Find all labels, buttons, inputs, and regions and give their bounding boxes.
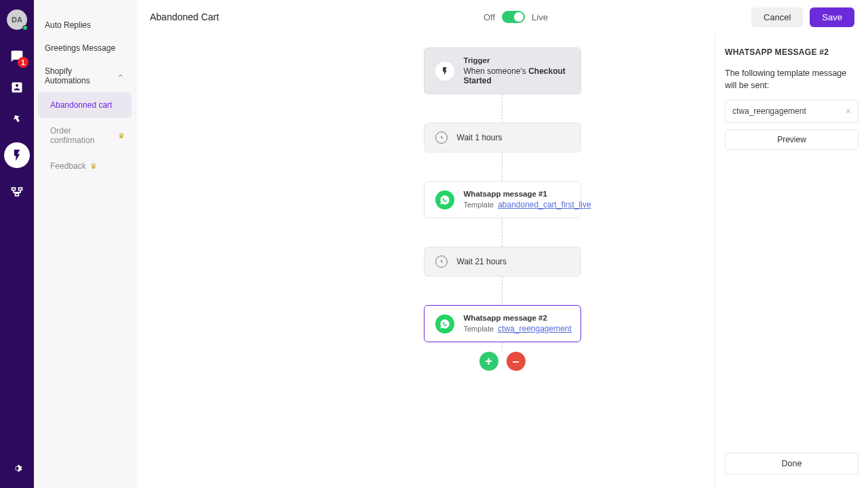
panel-description: The following template message will be s… xyxy=(725,68,859,92)
msg2-label: Whatsapp message #2 xyxy=(464,314,572,322)
nav-rail: DA 1 xyxy=(0,0,34,488)
msg1-template-link[interactable]: abandoned_cart_first_live xyxy=(498,200,591,209)
presence-dot xyxy=(22,25,28,30)
connector xyxy=(502,277,502,305)
toggle-off-label: Off xyxy=(484,12,495,22)
nav-messages-icon[interactable]: 1 xyxy=(9,49,24,64)
status-toggle[interactable] xyxy=(502,11,525,23)
add-step-button[interactable]: + xyxy=(479,352,498,371)
sidebar-item-order-confirmation[interactable]: Order confirmation♛ xyxy=(38,118,132,153)
nav-flows-icon[interactable] xyxy=(9,184,24,199)
nav-campaigns-icon[interactable] xyxy=(9,111,24,126)
done-button[interactable]: Done xyxy=(725,453,859,474)
node-wait-1[interactable]: Wait 1 hours xyxy=(424,123,581,152)
connector xyxy=(502,94,502,123)
trigger-text: When someone's Checkout Started xyxy=(464,66,570,85)
right-panel: WHATSAPP MESSAGE #2 The following templa… xyxy=(715,34,868,488)
clock-icon xyxy=(435,131,448,144)
chevron-up-icon xyxy=(117,72,125,80)
remove-step-button[interactable]: – xyxy=(507,352,526,371)
lightning-icon xyxy=(435,62,454,81)
connector xyxy=(502,342,502,352)
template-label: Template xyxy=(464,325,494,333)
status-toggle-wrap: Off Live xyxy=(484,11,548,23)
page-title: Abandoned Cart xyxy=(150,12,219,22)
premium-icon: ♛ xyxy=(118,131,125,140)
nav-badge: 1 xyxy=(18,57,28,68)
connector xyxy=(502,218,502,247)
template-label: Template xyxy=(464,201,494,209)
avatar-initials: DA xyxy=(12,16,22,24)
nav-contacts-icon[interactable] xyxy=(9,80,24,95)
trigger-label: Trigger xyxy=(464,56,570,64)
panel-title: WHATSAPP MESSAGE #2 xyxy=(725,47,859,57)
msg1-label: Whatsapp message #1 xyxy=(464,190,591,198)
wait-1-text: Wait 1 hours xyxy=(457,133,502,142)
node-wait-2[interactable]: Wait 21 hours xyxy=(424,247,581,277)
toggle-knob xyxy=(514,12,524,22)
template-name: ctwa_reengagement xyxy=(732,106,806,116)
sidebar-item-abandoned-cart[interactable]: Abandonned cart xyxy=(38,92,132,118)
cancel-button[interactable]: Cancel xyxy=(751,7,803,27)
node-message-2[interactable]: Whatsapp message #2 Templatectwa_reengag… xyxy=(424,305,581,342)
clear-template-icon[interactable]: × xyxy=(846,106,851,117)
clock-icon xyxy=(435,256,448,268)
save-button[interactable]: Save xyxy=(810,7,854,27)
msg2-template-link[interactable]: ctwa_reengagement xyxy=(498,324,572,333)
flow: Trigger When someone's Checkout Started … xyxy=(424,47,581,488)
node-message-1[interactable]: Whatsapp message #1 Templateabandoned_ca… xyxy=(424,181,581,218)
add-remove-row: + – xyxy=(479,352,526,371)
wait-2-text: Wait 21 hours xyxy=(457,257,507,266)
premium-icon: ♛ xyxy=(90,162,97,171)
nav-settings-icon[interactable] xyxy=(9,461,24,476)
connector xyxy=(502,152,502,181)
whatsapp-icon xyxy=(435,190,454,209)
toggle-live-label: Live xyxy=(532,12,548,22)
avatar[interactable]: DA xyxy=(7,9,27,30)
sidebar-item-auto-replies[interactable]: Auto Replies xyxy=(38,14,132,37)
sidebar-item-greetings[interactable]: Greetings Message xyxy=(38,37,132,60)
whatsapp-icon xyxy=(435,314,454,333)
node-trigger[interactable]: Trigger When someone's Checkout Started xyxy=(424,47,581,94)
template-selector[interactable]: ctwa_reengagement × xyxy=(725,100,859,123)
nav-automations-icon[interactable] xyxy=(4,142,30,168)
preview-button[interactable]: Preview xyxy=(725,129,859,150)
topbar: Abandoned Cart Off Live Cancel Save xyxy=(136,0,868,34)
sidebar-item-feedback[interactable]: Feedback♛ xyxy=(38,153,132,179)
sidebar: Auto Replies Greetings Message Shopify A… xyxy=(34,0,136,488)
sidebar-item-shopify[interactable]: Shopify Automations xyxy=(38,60,132,92)
